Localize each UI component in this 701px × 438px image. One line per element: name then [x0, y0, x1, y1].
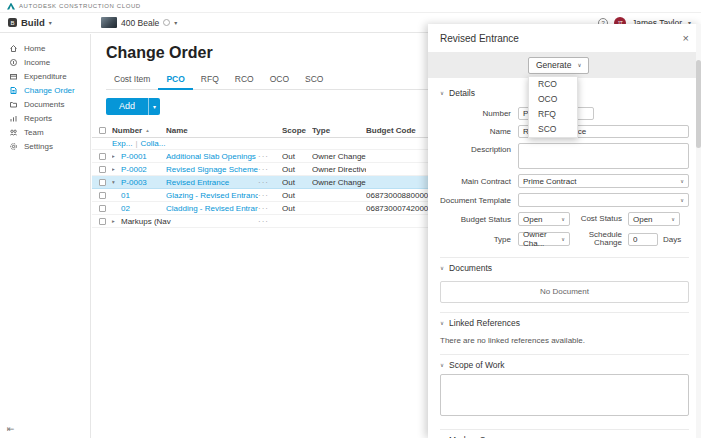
select-value: Owner Cha...: [523, 230, 557, 248]
home-icon: [9, 44, 18, 53]
description-textarea[interactable]: [518, 143, 689, 169]
expand-caret-icon[interactable]: ▸: [112, 153, 121, 159]
documents-icon: [9, 100, 18, 109]
row-type: Owner Change...: [312, 178, 366, 187]
chevron-down-icon: ∨: [577, 62, 581, 68]
row-number-link[interactable]: P-0003: [121, 178, 147, 187]
main-contract-select[interactable]: Prime Contract ∨: [518, 174, 689, 188]
select-all-checkbox[interactable]: [99, 127, 106, 134]
schedule-change-suffix: Days: [663, 235, 681, 244]
cost-status-select[interactable]: Open ∨: [628, 212, 680, 226]
name-label: Name: [440, 127, 518, 136]
row-number-link[interactable]: P-0002: [121, 165, 147, 174]
more-options-icon[interactable]: ···: [258, 191, 282, 200]
collapse-caret-icon[interactable]: ▾: [112, 179, 121, 185]
collapse-all-link[interactable]: Colla...: [141, 139, 166, 148]
menu-item-rco[interactable]: RCO: [529, 77, 577, 92]
sidebar-item-income[interactable]: Income: [0, 55, 90, 69]
scrollbar-thumb[interactable]: [696, 60, 701, 148]
close-icon[interactable]: ×: [683, 33, 689, 44]
type-select[interactable]: Owner Cha... ∨: [518, 232, 570, 246]
tab-sco[interactable]: SCO: [297, 71, 331, 89]
more-options-icon[interactable]: ···: [258, 178, 282, 187]
select-value: Prime Contract: [523, 177, 576, 186]
sidebar-item-label: Settings: [24, 142, 53, 151]
collapse-sidebar-icon[interactable]: ⇤: [7, 424, 15, 434]
row-name-link[interactable]: Revised Signage Scheme: [166, 165, 258, 174]
app-switcher[interactable]: B Build ▾: [0, 17, 91, 28]
row-checkbox[interactable]: [99, 218, 106, 225]
tab-rfq[interactable]: RFQ: [193, 71, 227, 89]
tab-pco[interactable]: PCO: [158, 71, 192, 90]
autodesk-logo-icon: [7, 3, 15, 10]
row-scope: Out: [282, 204, 312, 213]
expand-caret-icon[interactable]: ▸: [112, 218, 121, 224]
tab-rco[interactable]: RCO: [227, 71, 262, 89]
sidebar-item-reports[interactable]: Reports: [0, 111, 90, 125]
document-template-select[interactable]: ∨: [518, 193, 689, 207]
row-name-link[interactable]: Glazing - Revised Entrance: [166, 191, 258, 200]
scope-of-work-textarea[interactable]: [440, 374, 689, 416]
add-dropdown-button[interactable]: ▾: [148, 98, 160, 115]
menu-item-rfq[interactable]: RFQ: [529, 107, 577, 122]
project-selector[interactable]: 400 Beale ▾: [101, 17, 177, 28]
row-scope: Out: [282, 178, 312, 187]
more-options-icon[interactable]: ···: [258, 165, 282, 174]
budget-status-select[interactable]: Open ∨: [518, 212, 570, 226]
brand-bar: AUTODESK CONSTRUCTION CLOUD: [0, 0, 701, 13]
column-header-type[interactable]: Type: [312, 126, 366, 135]
sidebar-item-label: Team: [24, 128, 44, 137]
row-checkbox[interactable]: [99, 179, 106, 186]
sidebar-item-settings[interactable]: Settings: [0, 139, 90, 153]
row-name-link[interactable]: Revised Entrance: [166, 178, 229, 187]
app-name: Build: [21, 17, 45, 28]
settings-icon: [9, 142, 18, 151]
cost-status-label: Cost Status: [570, 215, 628, 223]
more-options-icon[interactable]: ···: [258, 217, 282, 226]
row-checkbox[interactable]: [99, 192, 106, 199]
column-header-number[interactable]: Number ▲: [112, 126, 166, 135]
link-separator: |: [135, 139, 137, 148]
sidebar-item-expenditure[interactable]: Expenditure: [0, 69, 90, 83]
chevron-down-icon: ∨: [557, 216, 565, 222]
panel-scrollbar[interactable]: [696, 24, 701, 438]
expand-caret-icon[interactable]: ▸: [112, 166, 121, 172]
menu-item-oco[interactable]: OCO: [529, 92, 577, 107]
row-number-link[interactable]: 01: [121, 191, 130, 200]
tab-oco[interactable]: OCO: [262, 71, 297, 89]
row-checkbox[interactable]: [99, 166, 106, 173]
section-linked-references-header[interactable]: ∨ Linked References: [440, 314, 689, 332]
section-markup-summary-header[interactable]: ∨ Markup Summary: [440, 431, 689, 438]
project-thumbnail: [101, 17, 117, 28]
sidebar-item-team[interactable]: Team: [0, 125, 90, 139]
section-title: Linked References: [449, 318, 520, 328]
column-header-name[interactable]: Name: [166, 126, 258, 135]
menu-item-sco[interactable]: SCO: [529, 122, 577, 137]
row-checkbox[interactable]: [99, 205, 106, 212]
tab-cost-item[interactable]: Cost Item: [106, 71, 158, 89]
add-button[interactable]: Add: [106, 98, 148, 115]
number-label: Number: [440, 109, 518, 118]
sidebar-item-change-order[interactable]: Change Order: [0, 83, 90, 97]
sidebar-item-home[interactable]: Home: [0, 41, 90, 55]
row-number-link[interactable]: P-0001: [121, 152, 147, 161]
generate-button-label: Generate: [536, 60, 571, 70]
more-options-icon[interactable]: ···: [258, 204, 282, 213]
row-checkbox[interactable]: [99, 153, 106, 160]
more-options-icon[interactable]: ···: [258, 152, 282, 161]
budget-status-label: Budget Status: [440, 215, 518, 224]
schedule-change-input[interactable]: [628, 233, 658, 246]
expand-all-link[interactable]: Exp...: [112, 139, 132, 148]
section-scope-of-work: ∨ Scope of Work: [440, 354, 689, 420]
sidebar-item-documents[interactable]: Documents: [0, 97, 90, 111]
column-header-scope[interactable]: Scope: [282, 126, 312, 135]
row-name-link[interactable]: Cladding - Revised Entrance: [166, 204, 258, 213]
row-name-link[interactable]: Additional Slab Openings: [166, 152, 256, 161]
documents-empty-state: No Document: [440, 281, 689, 303]
row-number-link[interactable]: 02: [121, 204, 130, 213]
section-documents-header[interactable]: ∨ Documents: [440, 259, 689, 277]
generate-button[interactable]: Generate ∨: [528, 57, 589, 74]
team-icon: [9, 128, 18, 137]
section-scope-of-work-header[interactable]: ∨ Scope of Work: [440, 356, 689, 374]
chevron-down-icon: ∨: [440, 265, 444, 271]
